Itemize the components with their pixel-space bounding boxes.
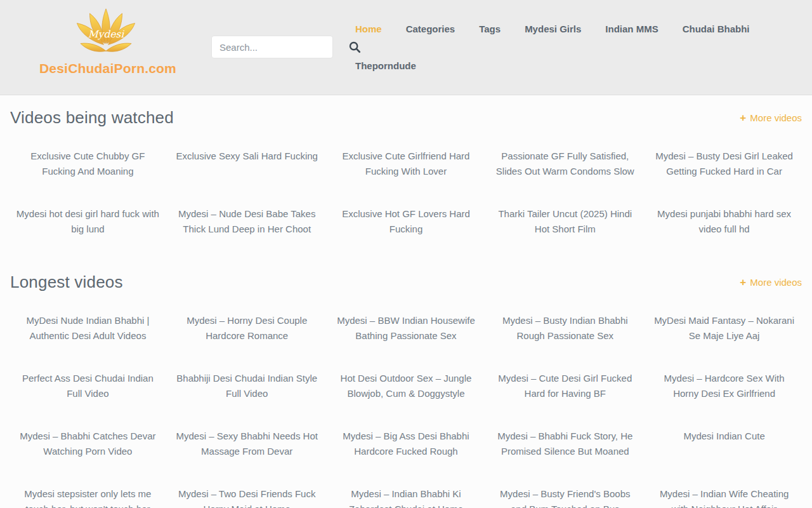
- section-head: Longest videos+More videos: [10, 271, 802, 293]
- more-videos-link[interactable]: +More videos: [740, 277, 802, 288]
- search-box: [211, 36, 333, 58]
- video-title-link[interactable]: Mydesi – Busty Indian Bhabhi Rough Passi…: [486, 313, 644, 344]
- more-videos-label: More videos: [750, 112, 802, 123]
- video-grid: MyDesi Nude Indian Bhabhi | Authentic De…: [9, 313, 803, 508]
- video-title-link[interactable]: Passionate GF Fully Satisfied, Slides Ou…: [486, 149, 644, 179]
- nav-item-indian-mms[interactable]: Indian MMS: [605, 23, 658, 36]
- site-name: DesiChudaiPorn.com: [39, 61, 173, 76]
- video-title-link[interactable]: Exclusive Cute Girlfriend Hard Fucking W…: [327, 149, 485, 179]
- nav-item-categories[interactable]: Categories: [406, 23, 455, 36]
- section-title: Videos being watched: [10, 108, 174, 128]
- lotus-logo-icon: Mydesi: [67, 8, 145, 60]
- video-title-link[interactable]: Bhabhiji Desi Chudai Indian Style Full V…: [168, 371, 326, 401]
- video-title-link[interactable]: Mydesi – Nude Desi Babe Takes Thick Lund…: [168, 206, 326, 237]
- site-logo[interactable]: Mydesi DesiChudaiPorn.com: [39, 8, 173, 76]
- main-nav: HomeCategoriesTagsMydesi GirlsIndian MMS…: [355, 23, 761, 72]
- plus-icon: +: [740, 277, 746, 288]
- nav-item-mydesi-girls[interactable]: Mydesi Girls: [525, 23, 581, 36]
- video-section-0: Videos being watched+More videosExclusiv…: [9, 107, 803, 237]
- video-title-link[interactable]: Mydesi hot desi girl hard fuck with big …: [9, 206, 167, 237]
- page: Mydesi DesiChudaiPorn.com HomeCategories…: [0, 0, 812, 508]
- video-title-link[interactable]: Mydesi – Indian Wife Cheating with Neigh…: [645, 486, 803, 508]
- video-grid: Exclusive Cute Chubby GF Fucking And Moa…: [9, 149, 803, 237]
- nav-item-home[interactable]: Home: [355, 23, 382, 36]
- video-title-link[interactable]: Perfect Ass Desi Chudai Indian Full Vide…: [9, 371, 167, 401]
- video-title-link[interactable]: Mydesi – Bhabhi Fuck Story, He Promised …: [486, 429, 644, 459]
- nav-item-tags[interactable]: Tags: [479, 23, 501, 36]
- video-title-link[interactable]: MyDesi Maid Fantasy – Nokarani Se Maje L…: [645, 313, 803, 344]
- video-title-link[interactable]: MyDesi Nude Indian Bhabhi | Authentic De…: [9, 313, 167, 344]
- plus-icon: +: [740, 112, 746, 123]
- more-videos-label: More videos: [750, 277, 802, 288]
- video-title-link[interactable]: Mydesi – Big Ass Desi Bhabhi Hardcore Fu…: [327, 429, 485, 459]
- nav-item-theporndude[interactable]: Theporndude: [355, 60, 416, 72]
- video-title-link[interactable]: Mydesi – Sexy Bhabhi Needs Hot Massage F…: [168, 429, 326, 459]
- video-title-link[interactable]: Mydesi Indian Cute: [645, 429, 803, 459]
- video-title-link[interactable]: Mydesi stepsister only lets me touch her…: [9, 486, 167, 508]
- logo-script-text: Mydesi: [88, 29, 125, 40]
- section-head: Videos being watched+More videos: [10, 107, 802, 128]
- main-content: Videos being watched+More videosExclusiv…: [0, 107, 812, 508]
- site-header: Mydesi DesiChudaiPorn.com HomeCategories…: [0, 0, 812, 95]
- section-title: Longest videos: [10, 272, 123, 292]
- video-title-link[interactable]: Tharki Tailer Uncut (2025) Hindi Hot Sho…: [486, 206, 644, 237]
- video-title-link[interactable]: Mydesi – Indian Bhabhi Ki Zabardast Chud…: [327, 486, 485, 508]
- video-title-link[interactable]: Mydesi – Two Desi Friends Fuck Horny Mai…: [168, 486, 326, 508]
- video-title-link[interactable]: Mydesi – Busty Friend's Boobs and Bum To…: [486, 486, 644, 508]
- video-title-link[interactable]: Exclusive Hot GF Lovers Hard Fucking: [327, 206, 485, 237]
- video-title-link[interactable]: Mydesi – BBW Indian Housewife Bathing Pa…: [327, 313, 485, 344]
- video-title-link[interactable]: Mydesi – Bhabhi Catches Devar Watching P…: [9, 429, 167, 459]
- video-title-link[interactable]: Exclusive Cute Chubby GF Fucking And Moa…: [9, 149, 167, 179]
- video-title-link[interactable]: Mydesi – Hardcore Sex With Horny Desi Ex…: [645, 371, 803, 401]
- video-section-1: Longest videos+More videosMyDesi Nude In…: [9, 271, 803, 508]
- video-title-link[interactable]: Mydesi – Horny Desi Couple Hardcore Roma…: [168, 313, 326, 344]
- video-title-link[interactable]: Mydesi – Cute Desi Girl Fucked Hard for …: [486, 371, 644, 401]
- more-videos-link[interactable]: +More videos: [740, 112, 802, 123]
- nav-item-chudai-bhabhi[interactable]: Chudai Bhabhi: [683, 23, 750, 36]
- video-title-link[interactable]: Mydesi – Busty Desi Girl Leaked Getting …: [645, 149, 803, 179]
- video-title-link[interactable]: Hot Desi Outdoor Sex – Jungle Blowjob, C…: [327, 371, 485, 401]
- video-title-link[interactable]: Mydesi punjabi bhabhi hard sex video ful…: [645, 206, 803, 237]
- search-input[interactable]: [212, 42, 348, 53]
- video-title-link[interactable]: Exclusive Sexy Sali Hard Fucking: [168, 149, 326, 179]
